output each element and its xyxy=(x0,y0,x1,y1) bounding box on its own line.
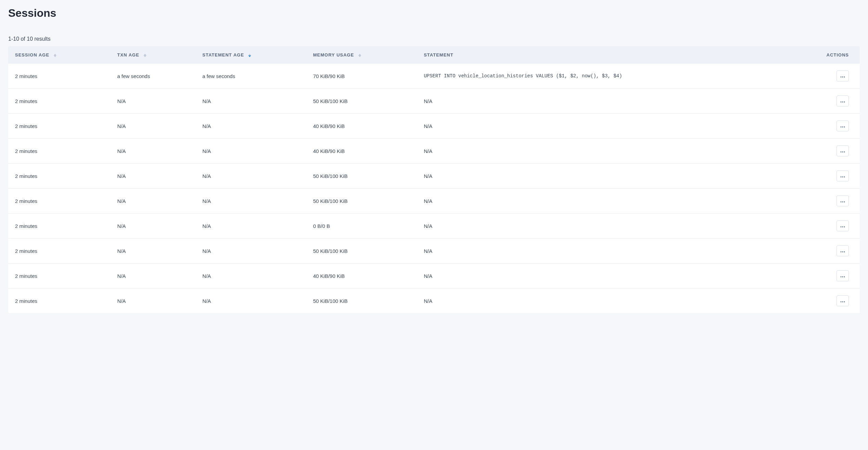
col-header-label: Txn Age xyxy=(117,52,139,57)
row-actions-button[interactable] xyxy=(837,270,849,281)
actions-cell xyxy=(820,263,860,288)
ellipsis-icon xyxy=(840,173,845,179)
memory-usage-cell: 50 KiB/100 KiB xyxy=(306,288,417,313)
statement-cell: N/A xyxy=(417,288,819,313)
session-age-cell: 2 minutes xyxy=(8,239,110,263)
sessions-table-body: 2 minutesa few secondsa few seconds70 Ki… xyxy=(8,64,860,313)
actions-cell xyxy=(820,114,860,139)
sessions-table: Session Age Txn Age xyxy=(8,46,860,313)
table-row: 2 minutesN/AN/A50 KiB/100 KiBN/A xyxy=(8,89,860,114)
results-count: 1-10 of 10 results xyxy=(8,36,860,42)
statement-cell: N/A xyxy=(417,263,819,288)
txn-age-cell: N/A xyxy=(110,288,196,313)
session-age-cell: 2 minutes xyxy=(8,189,110,214)
memory-usage-cell: 50 KiB/100 KiB xyxy=(306,164,417,189)
col-header-memory-usage[interactable]: Memory Usage xyxy=(306,46,417,64)
sort-icon xyxy=(358,54,361,57)
svg-point-3 xyxy=(841,101,842,102)
session-age-cell: 2 minutes xyxy=(8,164,110,189)
session-age-cell: 2 minutes xyxy=(8,214,110,239)
col-header-txn-age[interactable]: Txn Age xyxy=(110,46,196,64)
svg-point-25 xyxy=(842,276,843,277)
ellipsis-icon xyxy=(840,223,845,229)
svg-point-2 xyxy=(844,76,845,77)
col-header-statement-age[interactable]: Statement Age xyxy=(196,46,306,64)
actions-cell xyxy=(820,189,860,214)
memory-usage-cell: 50 KiB/100 KiB xyxy=(306,189,417,214)
memory-usage-cell: 40 KiB/90 KiB xyxy=(306,139,417,164)
session-age-cell: 2 minutes xyxy=(8,114,110,139)
txn-age-cell: N/A xyxy=(110,239,196,263)
statement-cell: N/A xyxy=(417,114,819,139)
statement-cell: N/A xyxy=(417,164,819,189)
svg-point-17 xyxy=(844,201,845,202)
svg-point-29 xyxy=(844,301,845,302)
col-header-actions: Actions xyxy=(820,46,860,64)
row-actions-button[interactable] xyxy=(837,145,849,156)
svg-point-12 xyxy=(841,176,842,177)
txn-age-cell: a few seconds xyxy=(110,64,196,89)
row-actions-button[interactable] xyxy=(837,95,849,106)
txn-age-cell: N/A xyxy=(110,214,196,239)
table-row: 2 minutesN/AN/A40 KiB/90 KiBN/A xyxy=(8,139,860,164)
statement-age-cell: N/A xyxy=(196,214,306,239)
row-actions-button[interactable] xyxy=(837,120,849,131)
txn-age-cell: N/A xyxy=(110,189,196,214)
session-age-cell: 2 minutes xyxy=(8,139,110,164)
ellipsis-icon xyxy=(840,149,845,154)
memory-usage-cell: 0 B/0 B xyxy=(306,214,417,239)
svg-point-0 xyxy=(841,76,842,77)
txn-age-cell: N/A xyxy=(110,89,196,114)
svg-point-18 xyxy=(841,226,842,227)
actions-cell xyxy=(820,89,860,114)
txn-age-cell: N/A xyxy=(110,263,196,288)
svg-point-22 xyxy=(842,251,843,252)
row-actions-button[interactable] xyxy=(837,295,849,306)
statement-age-cell: N/A xyxy=(196,114,306,139)
table-row: 2 minutesN/AN/A50 KiB/100 KiBN/A xyxy=(8,288,860,313)
svg-point-21 xyxy=(841,251,842,252)
session-age-cell: 2 minutes xyxy=(8,263,110,288)
svg-point-23 xyxy=(844,251,845,252)
svg-point-11 xyxy=(844,151,845,152)
row-actions-button[interactable] xyxy=(837,220,849,231)
row-actions-button[interactable] xyxy=(837,70,849,81)
actions-cell xyxy=(820,64,860,89)
actions-cell xyxy=(820,139,860,164)
svg-point-26 xyxy=(844,276,845,277)
svg-point-7 xyxy=(842,126,843,127)
col-header-label: Statement Age xyxy=(202,52,244,57)
statement-cell: N/A xyxy=(417,239,819,263)
svg-point-13 xyxy=(842,176,843,177)
memory-usage-cell: 50 KiB/100 KiB xyxy=(306,239,417,263)
statement-age-cell: N/A xyxy=(196,164,306,189)
table-row: 2 minutesN/AN/A0 B/0 BN/A xyxy=(8,214,860,239)
svg-point-9 xyxy=(841,151,842,152)
memory-usage-cell: 50 KiB/100 KiB xyxy=(306,89,417,114)
txn-age-cell: N/A xyxy=(110,139,196,164)
memory-usage-cell: 40 KiB/90 KiB xyxy=(306,263,417,288)
sort-icon xyxy=(144,54,146,57)
svg-point-8 xyxy=(844,126,845,127)
svg-point-27 xyxy=(841,301,842,302)
table-row: 2 minutesN/AN/A50 KiB/100 KiBN/A xyxy=(8,189,860,214)
table-row: 2 minutesN/AN/A50 KiB/100 KiBN/A xyxy=(8,164,860,189)
row-actions-button[interactable] xyxy=(837,195,849,206)
statement-age-cell: a few seconds xyxy=(196,64,306,89)
row-actions-button[interactable] xyxy=(837,245,849,256)
svg-point-19 xyxy=(842,226,843,227)
statement-cell: N/A xyxy=(417,189,819,214)
sort-icon xyxy=(248,54,251,57)
table-header-row: Session Age Txn Age xyxy=(8,46,860,64)
actions-cell xyxy=(820,214,860,239)
actions-cell xyxy=(820,164,860,189)
table-row: 2 minutesN/AN/A40 KiB/90 KiBN/A xyxy=(8,114,860,139)
statement-age-cell: N/A xyxy=(196,263,306,288)
statement-cell: UPSERT INTO vehicle_location_histories V… xyxy=(417,64,819,89)
col-header-session-age[interactable]: Session Age xyxy=(8,46,110,64)
statement-age-cell: N/A xyxy=(196,288,306,313)
row-actions-button[interactable] xyxy=(837,170,849,181)
svg-point-1 xyxy=(842,76,843,77)
statement-age-cell: N/A xyxy=(196,139,306,164)
svg-point-28 xyxy=(842,301,843,302)
